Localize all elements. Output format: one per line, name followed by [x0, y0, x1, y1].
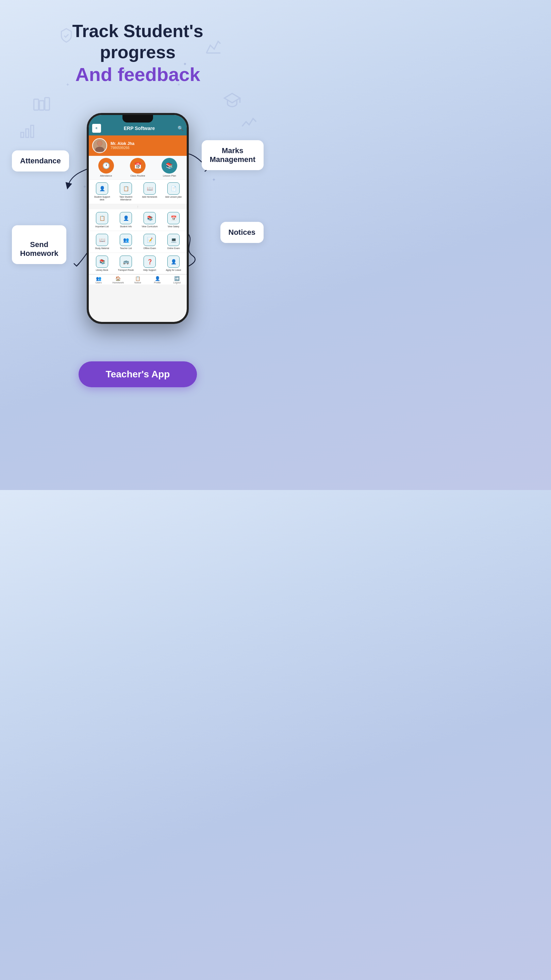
teachers-app-button[interactable]: Teacher's App [79, 361, 197, 387]
teacher-list-icon: 👥 [120, 234, 132, 246]
phone-notch [122, 115, 153, 123]
library-label: Library Book [96, 269, 108, 272]
nav-users-label: Users [95, 282, 102, 284]
icon-student-support[interactable]: 👤 Student Support desk [91, 181, 113, 202]
help-icon: ❓ [143, 256, 156, 268]
phone-device: E ERP Software 🔍 Mr. Alok Jha 7986599266… [87, 113, 189, 324]
lesson-plan-circle-icon: 📚 [162, 158, 177, 173]
student-info-icon: 👤 [120, 212, 132, 224]
important-list-label: Important List [95, 225, 108, 228]
nav-homework-label: Homework [113, 282, 124, 284]
study-material-icon: 📖 [96, 234, 108, 246]
grid-row-5: 📚 Library Book 🚌 Transport Route ❓ Help … [89, 253, 187, 275]
icon-view-curriculum[interactable]: 📚 View Curriculum [139, 211, 160, 229]
profile-info: Mr. Alok Jha 7986599266 [111, 141, 134, 150]
online-exam-icon: 💻 [167, 234, 179, 246]
icon-help[interactable]: ❓ Help Support [139, 254, 160, 273]
hero-section: Track Student's progress And feedback [0, 0, 275, 92]
student-support-icon: 👤 [96, 182, 108, 195]
icon-class-routine[interactable]: 📅 Class Routine [126, 158, 149, 177]
icon-lesson-plan[interactable]: 📚 Lesson Plan [158, 158, 181, 177]
icon-study-material[interactable]: 📖 Study Material [91, 232, 113, 251]
nav-users[interactable]: 👥 Users [89, 276, 108, 284]
leave-label: Apply for Leave [166, 269, 181, 272]
app-logo: E [92, 124, 101, 133]
search-icon[interactable]: 🔍 [178, 126, 183, 131]
icon-teacher-list[interactable]: 👥 Teacher List [115, 232, 137, 251]
attendance-icon-label: Attendance [100, 175, 112, 177]
bottom-nav: 👥 Users 🏠 Homework 📋 Notice 👤 Profile ➡️ [89, 274, 187, 285]
icon-important-list[interactable]: 📋 Important List [91, 211, 113, 229]
svg-point-11 [97, 141, 102, 146]
take-attendance-label: Take Student Attendance [116, 196, 136, 201]
grid-row-2: 👤 Student Support desk 📋 Take Student At… [89, 180, 187, 204]
nav-profile-label: Profile [154, 282, 161, 284]
hero-line2: progress [14, 41, 262, 63]
add-homework-icon: 📖 [143, 182, 156, 195]
transport-icon: 🚌 [120, 256, 132, 268]
student-support-label: Student Support desk [92, 196, 112, 201]
grid-row-4: 📖 Study Material 👥 Teacher List 📝 Offlin… [89, 231, 187, 253]
class-routine-circle-icon: 📅 [130, 158, 146, 173]
view-salary-label: View Salary [168, 225, 179, 228]
take-attendance-icon: 📋 [120, 182, 132, 195]
nav-homework-icon: 🏠 [115, 276, 121, 281]
leave-icon: 👤 [167, 256, 179, 268]
nav-users-icon: 👥 [96, 276, 102, 281]
icon-student-info[interactable]: 👤 Student Info [115, 211, 137, 229]
add-homework-label: Add Homework [142, 196, 157, 198]
nav-notice-label: Notice [134, 282, 141, 284]
icon-leave[interactable]: 👤 Apply for Leave [163, 254, 184, 273]
hero-line3: And feedback [14, 63, 262, 86]
class-routine-icon-label: Class Routine [130, 175, 145, 177]
lesson-plan-icon-label: Lesson Plan [163, 175, 176, 177]
view-curriculum-label: View Curriculum [141, 225, 157, 228]
add-lesson-icon: 📄 [167, 182, 179, 195]
nav-logout-icon: ➡️ [174, 276, 179, 281]
attendance-label: Attendance [12, 150, 69, 172]
marks-label: MarksManagement [202, 140, 264, 170]
attendance-circle-icon: 🕐 [98, 158, 114, 173]
nav-notice[interactable]: 📋 Notice [128, 276, 148, 284]
hero-line1: Track Student's [14, 21, 262, 41]
phone-screen: E ERP Software 🔍 Mr. Alok Jha 7986599266… [89, 115, 187, 322]
student-info-label: Student Info [120, 225, 132, 228]
icon-take-attendance[interactable]: 📋 Take Student Attendance [115, 181, 137, 202]
nav-notice-icon: 📋 [135, 276, 140, 281]
library-icon: 📚 [96, 256, 108, 268]
help-label: Help Support [143, 269, 156, 272]
icon-attendance[interactable]: 🕐 Attendance [95, 158, 118, 177]
profile-name: Mr. Alok Jha [111, 141, 134, 146]
svg-point-10 [95, 147, 104, 152]
icon-offline-exam[interactable]: 📝 Offline Exam [139, 232, 160, 251]
add-lesson-label: Add Lesson plan [165, 196, 182, 198]
grid-row-3: 📋 Important List 👤 Student Info 📚 View C… [89, 209, 187, 231]
phone-section: Attendance SendHomework E ERP Software 🔍 [8, 96, 267, 341]
teacher-list-label: Teacher List [120, 247, 132, 250]
profile-banner: Mr. Alok Jha 7986599266 [89, 135, 187, 156]
top-icons-row: 🕐 Attendance 📅 Class Routine 📚 Lesson Pl… [89, 156, 187, 180]
icon-view-salary[interactable]: 📅 View Salary [163, 211, 184, 229]
icon-online-exam[interactable]: 💻 Online Exam [163, 232, 184, 251]
nav-profile-icon: 👤 [155, 276, 160, 281]
offline-exam-icon: 📝 [143, 234, 156, 246]
icon-transport[interactable]: 🚌 Transport Route [115, 254, 137, 273]
nav-logout[interactable]: ➡️ Logout [167, 276, 187, 284]
app-title-text: ERP Software [124, 126, 155, 131]
cta-section: Teacher's App [0, 351, 275, 404]
homework-label-text: SendHomework [20, 240, 58, 258]
icon-add-lesson[interactable]: 📄 Add Lesson plan [163, 181, 184, 202]
profile-phone: 7986599266 [111, 146, 134, 150]
important-list-icon: 📋 [96, 212, 108, 224]
homework-label: SendHomework [12, 225, 66, 264]
nav-logout-label: Logout [173, 282, 180, 284]
nav-profile[interactable]: 👤 Profile [148, 276, 167, 284]
avatar [92, 138, 107, 153]
nav-homework[interactable]: 🏠 Homework [108, 276, 128, 284]
icon-library[interactable]: 📚 Library Book [91, 254, 113, 273]
online-exam-label: Online Exam [167, 247, 179, 250]
view-curriculum-icon: 📚 [143, 212, 156, 224]
icon-add-homework[interactable]: 📖 Add Homework [139, 181, 160, 202]
view-salary-icon: 📅 [167, 212, 179, 224]
notices-label: Notices [221, 222, 264, 243]
